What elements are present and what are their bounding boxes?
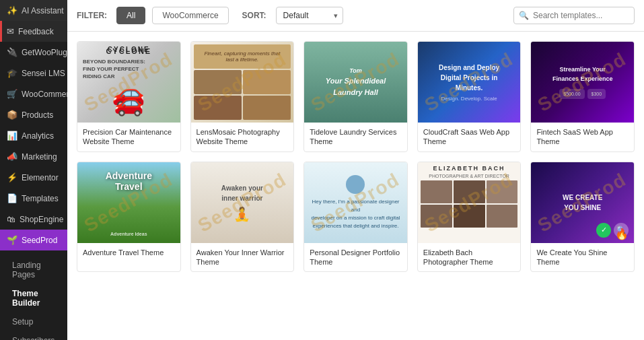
main-content: FILTER: All WooCommerce SORT: Default Ne… [67, 0, 644, 340]
template-thumb-laundry: TomYour SplendidealLaundry Hall SeedProd [304, 42, 407, 123]
sidebar-label-seedprod: SeedProd [22, 236, 57, 245]
template-info-photographer: Elizabeth Bach Photographer Theme [418, 243, 521, 272]
template-card-yoga[interactable]: Awaken yourinner warrior 🧘 SeedProd Awak… [190, 162, 295, 273]
template-thumb-creative: WE CREATEYOU SHINE ✓ 🔍 🔥 SeedProd [531, 162, 634, 243]
sidebar-label-templates: Templates [22, 194, 59, 203]
theme-builder-label: Theme Builder [12, 289, 40, 308]
sidebar-label-analytics: Analytics [22, 131, 54, 141]
sidebar-item-ai-assistant[interactable]: ✨ AI Assistant [0, 0, 67, 21]
template-card-fintech[interactable]: Streamline YourFinances Experience $500.… [530, 41, 635, 152]
sidebar-label-elementor: Elementor [22, 173, 59, 182]
template-name-designer: Personal Designer Portfolio Theme [310, 248, 402, 267]
templates-icon: 📄 [7, 193, 17, 203]
template-thumb-car: CYCLONE BEYOND BOUNDARIES:FIND YOUR PERF… [77, 42, 180, 123]
shop-icon: 🛍 [7, 214, 15, 224]
sidebar-sub-landing[interactable]: Landing Pages [0, 256, 67, 284]
sort-label: SORT: [242, 11, 266, 20]
template-name-saas: CloudCraft Saas Web App Theme [423, 127, 515, 147]
analytics-icon: 📊 [7, 131, 17, 141]
template-card-creative[interactable]: WE CREATEYOU SHINE ✓ 🔍 🔥 SeedProd We Cre… [530, 162, 635, 273]
subscribers-label: Subscribers [12, 336, 55, 340]
sidebar-item-products[interactable]: 📦 Products [0, 104, 67, 125]
template-name-fintech: Fintech SaaS Web App Theme [536, 127, 629, 147]
sidebar-label-sensei: Sensei LMS [22, 69, 65, 78]
search-input[interactable] [513, 7, 635, 24]
sidebar-item-sensei[interactable]: 🎓 Sensei LMS [0, 63, 67, 83]
sidebar-label-shopengine: ShopEngine [20, 215, 63, 224]
sidebar-label-getwoo: GetWooPlugins [22, 48, 67, 57]
template-name-photo: LensMosaic Photography Website Theme [196, 127, 289, 147]
feedback-icon: ✉ [7, 26, 14, 36]
template-info-designer: Personal Designer Portfolio Theme [304, 243, 407, 272]
sidebar-item-seedprod[interactable]: 🌱 SeedProd [0, 230, 67, 250]
sidebar-label-products: Products [22, 110, 53, 120]
template-thumb-designer: Hey there, I'm a passionate designer and… [304, 162, 407, 243]
plugin-icon: 🔌 [7, 47, 17, 57]
template-thumb-yoga: Awaken yourinner warrior 🧘 SeedProd [191, 162, 294, 243]
sidebar-item-analytics[interactable]: 📊 Analytics [0, 125, 67, 146]
template-name-car: Precision Car Maintenance Website Theme [83, 127, 175, 147]
template-info-saas: CloudCraft Saas Web App Theme [418, 123, 521, 151]
template-card-laundry[interactable]: TomYour SplendidealLaundry Hall SeedProd… [303, 41, 408, 152]
template-card-travel[interactable]: AdventureTravel Adventure Ideas SeedProd… [77, 162, 181, 273]
template-info-creative: We Create You Shine Theme [531, 243, 634, 272]
sidebar: ✨ AI Assistant ✉ Feedback 🔌 GetWooPlugin… [0, 0, 67, 340]
sidebar-sub-setup[interactable]: Setup [0, 312, 67, 331]
template-info-laundry: Tidelove Laundry Services Theme [304, 123, 407, 151]
template-card-photographer[interactable]: ELIZABETH BACH PHOTOGRAPHER & ART DIRECT… [417, 162, 522, 273]
sidebar-item-getwoo[interactable]: 🔌 GetWooPlugins [0, 42, 67, 63]
template-info-fintech: Fintech SaaS Web App Theme [531, 123, 634, 151]
sort-wrapper: Default Newest Popular [276, 7, 343, 24]
template-name-creative: We Create You Shine Theme [536, 248, 629, 267]
search-wrapper [513, 7, 635, 24]
template-name-yoga: Awaken Your Inner Warrior Theme [196, 248, 289, 267]
template-thumb-photographer: ELIZABETH BACH PHOTOGRAPHER & ART DIRECT… [418, 162, 521, 243]
template-card-saas[interactable]: Design and DeployDigital Projects inMinu… [417, 41, 522, 152]
template-info-travel: Adventure Travel Theme [77, 243, 180, 262]
template-name-laundry: Tidelove Laundry Services Theme [310, 127, 402, 147]
sidebar-label-woo: WooCommerce [22, 90, 67, 99]
woo-icon: 🛒 [7, 89, 17, 99]
sidebar-sub-theme-builder[interactable]: Theme Builder [0, 284, 67, 312]
template-thumb-saas: Design and DeployDigital Projects inMinu… [418, 42, 521, 123]
filter-all-button[interactable]: All [116, 7, 145, 24]
landing-pages-label: Landing Pages [12, 261, 41, 279]
filter-label: FILTER: [77, 11, 107, 20]
sidebar-item-woocommerce[interactable]: 🛒 WooCommerce [0, 83, 67, 104]
sidebar-label-marketing: Marketing [22, 152, 57, 162]
template-card-car[interactable]: CYCLONE BEYOND BOUNDARIES:FIND YOUR PERF… [77, 41, 181, 152]
sidebar-item-shopengine[interactable]: 🛍 ShopEngine [0, 209, 67, 230]
setup-label: Setup [12, 317, 33, 327]
marketing-icon: 📣 [7, 151, 17, 162]
sidebar-label-feedback: Feedback [18, 27, 54, 36]
sidebar-item-templates[interactable]: 📄 Templates [0, 188, 67, 209]
template-grid: CYCLONE BEYOND BOUNDARIES:FIND YOUR PERF… [67, 32, 644, 340]
products-icon: 📦 [7, 110, 17, 120]
template-info-yoga: Awaken Your Inner Warrior Theme [191, 243, 294, 272]
template-card-photo[interactable]: Fineart, capturing moments thatlast a li… [190, 41, 295, 152]
template-thumb-photo: Fineart, capturing moments thatlast a li… [191, 42, 294, 123]
sidebar-sub-subscribers[interactable]: Subscribers [0, 331, 67, 340]
template-card-designer[interactable]: Hey there, I'm a passionate designer and… [303, 162, 408, 273]
sidebar-item-marketing[interactable]: 📣 Marketing [0, 146, 67, 167]
template-info-car: Precision Car Maintenance Website Theme [77, 123, 180, 151]
sidebar-item-elementor[interactable]: ⚡ Elementor [0, 167, 67, 188]
sidebar-item-feedback[interactable]: ✉ Feedback [0, 21, 67, 42]
select-template-button[interactable]: ✓ [596, 223, 611, 238]
filter-woo-button[interactable]: WooCommerce [152, 7, 228, 24]
template-thumb-fintech: Streamline YourFinances Experience $500.… [531, 42, 634, 123]
sidebar-label-ai: AI Assistant [22, 6, 64, 15]
template-name-travel: Adventure Travel Theme [83, 248, 175, 257]
template-name-photographer: Elizabeth Bach Photographer Theme [423, 248, 515, 267]
elementor-icon: ⚡ [7, 172, 17, 182]
sensei-icon: 🎓 [7, 68, 17, 78]
topbar: FILTER: All WooCommerce SORT: Default Ne… [67, 0, 644, 32]
template-thumb-travel: AdventureTravel Adventure Ideas SeedProd [77, 162, 180, 243]
sort-select[interactable]: Default Newest Popular [276, 7, 343, 24]
ai-icon: ✨ [7, 5, 17, 15]
template-info-photo: LensMosaic Photography Website Theme [191, 123, 294, 151]
seedprod-icon: 🌱 [7, 235, 17, 245]
